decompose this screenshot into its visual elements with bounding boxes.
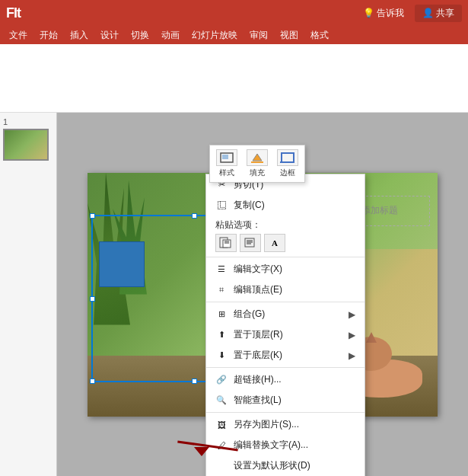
- share-button[interactable]: 👤 共享: [415, 5, 462, 22]
- menu-home[interactable]: 开始: [33, 27, 64, 43]
- slide-panel: 1: [0, 113, 57, 476]
- paste-icon-row: A: [215, 234, 355, 252]
- app-logo: FIt: [6, 5, 21, 21]
- menu-format[interactable]: 格式: [304, 27, 335, 43]
- menu-bar: 文件 开始 插入 设计 切换 动画 幻灯片放映 审阅 视图 格式: [0, 26, 468, 44]
- edit-text-icon: ☰: [215, 264, 228, 274]
- menu-view[interactable]: 视图: [274, 27, 304, 43]
- paste-text-only[interactable]: A: [264, 234, 285, 252]
- app-body: 1: [0, 113, 468, 476]
- tell-me-button[interactable]: 💡 告诉我: [357, 5, 410, 21]
- ctx-sep-3: [206, 367, 365, 368]
- svg-rect-2: [251, 161, 263, 163]
- title-bar-actions: 💡 告诉我 👤 共享: [357, 5, 462, 22]
- ctx-send-back[interactable]: ⬇ 置于底层(K) ▶: [206, 345, 365, 366]
- group-icon: ⊞: [215, 309, 228, 319]
- menu-insert[interactable]: 插入: [64, 27, 94, 43]
- menu-review[interactable]: 审阅: [244, 27, 274, 43]
- hyperlink-icon: 🔗: [215, 375, 228, 385]
- svg-rect-3: [282, 153, 294, 162]
- smart-lookup-icon: 🔍: [215, 395, 228, 405]
- blue-rectangle[interactable]: [99, 241, 145, 287]
- mini-ribbon: 样式 填充 边框: [209, 145, 305, 183]
- lightbulb-icon: 💡: [363, 8, 374, 18]
- paste-keep-format[interactable]: [215, 234, 237, 252]
- group-arrow: ▶: [349, 309, 355, 320]
- mini-ribbon-border-label: 边框: [280, 168, 295, 178]
- menu-file[interactable]: 文件: [3, 27, 33, 43]
- ctx-sep-2: [206, 302, 365, 302]
- canvas-area: 单击此处添加标题 样式: [57, 113, 468, 476]
- ctx-edit-alt[interactable]: 🖊 编辑替换文字(A)...: [206, 435, 365, 455]
- fill-icon: [247, 149, 268, 166]
- ctx-group[interactable]: ⊞ 组合(G) ▶: [206, 304, 365, 324]
- ctx-edit-text[interactable]: ☰ 编辑文字(X): [206, 259, 365, 280]
- ctx-paste-options: 粘贴选项： A: [206, 216, 365, 255]
- person-icon: 👤: [422, 8, 434, 18]
- menu-animation[interactable]: 动画: [155, 27, 186, 43]
- ribbon: [0, 44, 468, 113]
- edit-points-icon: ⌗: [215, 285, 228, 295]
- border-icon: [277, 149, 298, 166]
- slide-number: 1: [3, 117, 53, 126]
- arrow-indicator: [194, 447, 209, 456]
- save-picture-icon: 🖼: [215, 420, 228, 430]
- style-icon: [216, 149, 237, 166]
- ctx-set-default[interactable]: 设置为默认形状(D): [206, 455, 365, 476]
- mini-ribbon-border[interactable]: 边框: [277, 149, 298, 178]
- ctx-bring-front[interactable]: ⬆ 置于顶层(R) ▶: [206, 324, 365, 345]
- ctx-edit-points[interactable]: ⌗ 编辑顶点(E): [206, 280, 365, 300]
- paste-merge-format[interactable]: [240, 234, 261, 252]
- ctx-hyperlink[interactable]: 🔗 超链接(H)...: [206, 369, 365, 390]
- svg-rect-1: [222, 155, 228, 159]
- send-back-icon: ⬇: [215, 350, 228, 360]
- mini-ribbon-style[interactable]: 样式: [216, 149, 237, 178]
- ctx-sep-4: [206, 412, 365, 413]
- send-back-arrow: ▶: [349, 350, 355, 361]
- ctx-copy[interactable]: ⿺ 复制(C): [206, 195, 365, 216]
- mini-ribbon-fill-label: 填充: [250, 168, 265, 178]
- copy-icon: ⿺: [215, 201, 228, 210]
- menu-transition[interactable]: 切换: [125, 27, 155, 43]
- menu-slideshow[interactable]: 幻灯片放映: [186, 27, 244, 43]
- ctx-save-picture[interactable]: 🖼 另存为图片(S)...: [206, 414, 365, 435]
- mini-ribbon-fill[interactable]: 填充: [247, 149, 268, 178]
- slide-thumbnail[interactable]: [3, 129, 49, 161]
- ctx-smart-lookup[interactable]: 🔍 智能查找(L): [206, 390, 365, 411]
- mini-ribbon-style-label: 样式: [219, 168, 234, 178]
- bring-front-arrow: ▶: [349, 330, 355, 340]
- menu-design[interactable]: 设计: [94, 27, 125, 43]
- title-bar: FIt 💡 告诉我 👤 共享: [0, 0, 468, 26]
- context-menu: ✂ 剪切(T) ⿺ 复制(C) 粘贴选项： A: [205, 174, 365, 476]
- ctx-sep-1: [206, 257, 365, 257]
- bring-front-icon: ⬆: [215, 330, 228, 340]
